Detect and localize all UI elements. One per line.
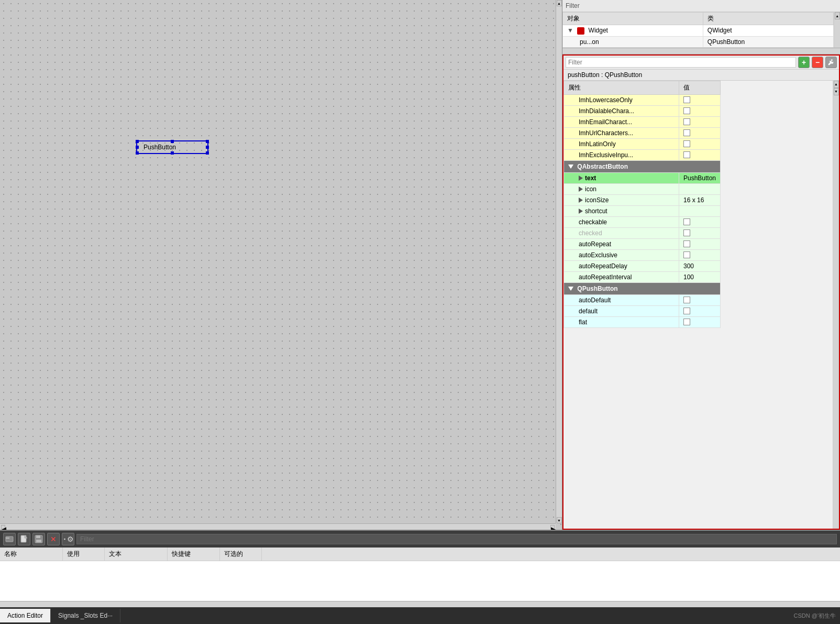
- toolbar-btn-save[interactable]: [32, 533, 45, 545]
- pushbutton-widget[interactable]: PushButton: [136, 140, 208, 154]
- toolbar-btn-delete[interactable]: ✕: [47, 533, 60, 545]
- checkbox-default-box[interactable]: [683, 308, 690, 314]
- handle-br[interactable]: [206, 151, 209, 155]
- prop-row-icon[interactable]: icon: [564, 183, 721, 194]
- prop-row-shortcut[interactable]: shortcut: [564, 205, 721, 216]
- col-shortcut: 快捷键: [168, 548, 220, 561]
- expand-arrow[interactable]: ▼: [567, 27, 573, 34]
- tab-signals-slots[interactable]: Signals _Slots Ed···: [51, 609, 120, 622]
- prop-value-shortcut: [679, 205, 721, 216]
- checkbox-checkable-box[interactable]: [683, 218, 690, 225]
- obj-vscroll-up[interactable]: ▲: [835, 12, 840, 19]
- checkbox-autoexclusive-box[interactable]: [683, 251, 690, 258]
- canvas-hscroll[interactable]: ◀ ▶: [0, 523, 556, 530]
- prop-add-btn[interactable]: +: [798, 57, 810, 68]
- prop-row-autorepeatinterval[interactable]: autoRepeatInterval 100: [564, 271, 721, 282]
- checkbox-checked-box[interactable]: [683, 229, 690, 236]
- right-panel: Filter 对象 类 ▼: [562, 0, 840, 530]
- vscroll-down-arrow[interactable]: ▼: [557, 517, 562, 523]
- prop-row-autorepeatdelay[interactable]: autoRepeatDelay 300: [564, 260, 721, 271]
- checkbox-imh2-box[interactable]: [683, 107, 690, 114]
- col-use: 使用: [63, 548, 105, 561]
- prop-row-autorepeat[interactable]: autoRepeat: [564, 238, 721, 249]
- handle-ml[interactable]: [136, 146, 139, 149]
- obj-widget-class: QWidget: [703, 25, 833, 37]
- text-expand[interactable]: [579, 176, 583, 181]
- prop-row-default[interactable]: default: [564, 305, 721, 316]
- prop-row-autodefault[interactable]: autoDefault: [564, 294, 721, 305]
- canvas-vscroll[interactable]: ▲ ▼: [556, 0, 562, 523]
- prop-row-text[interactable]: text PushButton: [564, 172, 721, 183]
- handle-tr[interactable]: [206, 140, 209, 143]
- bottom-hscroll[interactable]: [0, 601, 840, 607]
- toolbar-btn-open[interactable]: [3, 533, 16, 545]
- section-expand-push[interactable]: [568, 287, 573, 291]
- obj-filter-bar: Filter: [562, 0, 840, 12]
- icon-expand[interactable]: [579, 187, 583, 192]
- handle-bl[interactable]: [136, 151, 139, 155]
- bottom-filter-input[interactable]: [76, 534, 837, 544]
- prop-wrench-btn[interactable]: [825, 57, 837, 68]
- checkbox-flat-box[interactable]: [683, 319, 690, 325]
- checkbox-imh3-box[interactable]: [683, 118, 690, 125]
- prop-value-text: PushButton: [679, 172, 721, 183]
- checkbox-imh5-box[interactable]: [683, 140, 690, 147]
- prop-table: 属性 值 ImhLowercaseOnly ImhDialableC: [563, 81, 833, 529]
- obj-row-widget[interactable]: ▼ Widget QWidget: [563, 25, 834, 37]
- shortcut-expand[interactable]: [579, 209, 583, 214]
- prop-name-text: text: [568, 174, 675, 182]
- obj-row-push[interactable]: pu...on QPushButton: [563, 36, 834, 47]
- prop-row-checked[interactable]: checked: [564, 227, 721, 238]
- prop-row-imh6[interactable]: ImhExclusiveInpu...: [564, 149, 721, 160]
- handle-mr[interactable]: [206, 146, 209, 149]
- iconsize-expand[interactable]: [579, 198, 583, 203]
- checkbox-autodefault-box[interactable]: [683, 297, 690, 303]
- hscroll-right-arrow[interactable]: ▶: [550, 525, 555, 529]
- checkbox-imh4-box[interactable]: [683, 129, 690, 136]
- handle-tl[interactable]: [136, 140, 139, 143]
- prop-filter-input[interactable]: [566, 57, 796, 68]
- prop-section-push[interactable]: QPushButton: [564, 282, 721, 294]
- checkbox-imh1-box[interactable]: [683, 96, 690, 103]
- prop-row-imh2[interactable]: ImhDialableChara...: [564, 105, 721, 116]
- canvas-inner: PushButton: [0, 0, 562, 530]
- bottom-tabs: Action Editor Signals _Slots Ed··· CSDN …: [0, 607, 840, 624]
- vscroll-up-arrow[interactable]: ▲: [557, 0, 562, 6]
- prop-row-iconsize[interactable]: iconSize 16 x 16: [564, 194, 721, 205]
- obj-vscroll[interactable]: ▲: [834, 12, 840, 48]
- save-icon: [35, 535, 43, 543]
- settings-icon: [62, 535, 67, 543]
- obj-hscroll[interactable]: [562, 48, 840, 54]
- prop-remove-btn[interactable]: −: [812, 57, 823, 68]
- tab-action-editor[interactable]: Action Editor: [0, 609, 51, 622]
- checkbox-autorepeat-box[interactable]: [683, 240, 690, 247]
- svg-rect-4: [36, 535, 40, 538]
- checkbox-imh6-box[interactable]: [683, 151, 690, 158]
- toolbar-btn-settings[interactable]: ⚙: [62, 533, 74, 545]
- prop-name-imh1: ImhLowercaseOnly: [568, 96, 633, 104]
- handle-tm[interactable]: [171, 140, 174, 143]
- prop-name-flat: flat: [568, 319, 587, 326]
- handle-bm[interactable]: [171, 151, 174, 155]
- prop-vscroll[interactable]: ▲ ▼: [833, 81, 839, 529]
- prop-name-autorepeat: autoRepeat: [568, 240, 611, 248]
- prop-row-imh4[interactable]: ImhUrlCharacters...: [564, 127, 721, 138]
- hscroll-left-arrow[interactable]: ◀: [1, 525, 5, 529]
- col-prop-name: 属性: [564, 81, 679, 94]
- prop-row-checkable[interactable]: checkable: [564, 216, 721, 227]
- prop-row-imh1[interactable]: ImhLowercaseOnly: [564, 94, 721, 105]
- prop-vscroll-up[interactable]: ▲: [834, 81, 839, 88]
- prop-row-imh3[interactable]: ImhEmailCharact...: [564, 116, 721, 127]
- prop-vscroll-down[interactable]: ▼: [834, 88, 839, 95]
- bottom-panel: ✕ ⚙ 名称 使用 文本 快捷键 可选的 Action Editor Signa…: [0, 530, 840, 624]
- toolbar-btn-new[interactable]: [18, 533, 30, 545]
- prop-name-autorepeatdelay: autoRepeatDelay: [568, 262, 627, 270]
- prop-section-abstract[interactable]: QAbstractButton: [564, 160, 721, 172]
- prop-row-flat[interactable]: flat: [564, 316, 721, 327]
- prop-context: pushButton : QPushButton: [563, 70, 839, 81]
- prop-name-autorepeatinterval: autoRepeatInterval: [568, 273, 632, 281]
- prop-tbody: ImhLowercaseOnly ImhDialableChara... Imh…: [564, 94, 721, 327]
- prop-row-imh5[interactable]: ImhLatinOnly: [564, 138, 721, 149]
- section-expand-abstract[interactable]: [568, 165, 573, 169]
- prop-row-autoexclusive[interactable]: autoExclusive: [564, 249, 721, 260]
